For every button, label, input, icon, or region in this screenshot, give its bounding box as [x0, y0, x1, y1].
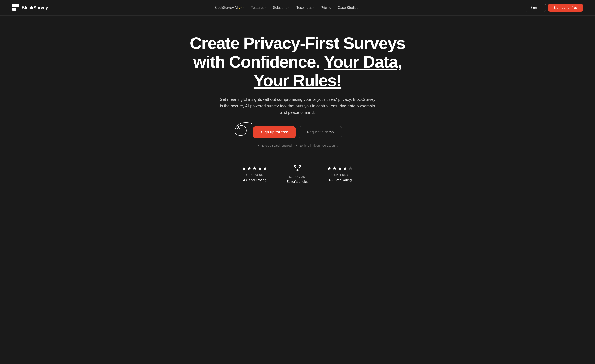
- hero-section: Create Privacy-First Surveys with Confid…: [0, 16, 595, 200]
- nav-features-label: Features: [251, 6, 264, 10]
- nav-links: BlockSurvey AI ✨ ▾ Features ▾ Solutions …: [215, 6, 358, 10]
- nav-ai-label: BlockSurvey AI: [215, 6, 238, 10]
- scribble-arrow-icon: [229, 120, 255, 138]
- brand-name: BlockSurvey: [21, 5, 48, 10]
- navbar: BlockSurvey BlockSurvey AI ✨ ▾ Features …: [0, 0, 595, 16]
- dapp-source: DAPP.COM: [289, 175, 306, 178]
- nav-item-case-studies[interactable]: Case Studies: [338, 6, 358, 10]
- ratings-row: ★★★★★ G2 CROWD 4.8 Star Rating DAPP.COM …: [242, 164, 353, 184]
- capterra-label: 4.9 Star Rating: [329, 178, 352, 182]
- nav-actions: Sign in Sign up for free: [525, 4, 583, 12]
- hero-title-line1: Create Privacy-First Surveys: [190, 34, 405, 52]
- nav-item-features[interactable]: Features ▾: [251, 6, 266, 10]
- hero-fine-print: No credit card required No time limit on…: [258, 144, 338, 147]
- brand-logo[interactable]: BlockSurvey: [12, 4, 48, 11]
- rating-g2: ★★★★★ G2 CROWD 4.8 Star Rating: [242, 165, 268, 182]
- signup-hero-button[interactable]: Sign up for free: [253, 126, 296, 138]
- rating-dapp: DAPP.COM Editor's choice: [286, 164, 309, 184]
- fine-print-2: No time limit on free account: [296, 144, 337, 147]
- bullet-icon-1: [258, 145, 259, 146]
- hero-title-line2: with Confidence.: [193, 53, 320, 71]
- hero-title: Create Privacy-First Surveys with Confid…: [186, 34, 409, 90]
- chevron-down-icon: ▾: [243, 7, 244, 9]
- trophy-icon: [293, 164, 302, 173]
- g2-source: G2 CROWD: [246, 173, 263, 177]
- g2-stars: ★★★★★: [242, 165, 268, 172]
- hero-cta-group: Sign up for free Request a demo: [253, 126, 341, 138]
- g2-label: 4.8 Star Rating: [243, 178, 266, 182]
- signin-button[interactable]: Sign in: [525, 4, 546, 12]
- bullet-icon-2: [296, 145, 297, 146]
- nav-item-pricing[interactable]: Pricing: [321, 6, 331, 10]
- logo-icon: [12, 4, 20, 11]
- nav-item-resources[interactable]: Resources ▾: [296, 6, 314, 10]
- hero-subtitle: Get meaningful insights without compromi…: [218, 96, 377, 116]
- dapp-label: Editor's choice: [286, 180, 309, 184]
- fine-print-1: No credit card required: [258, 144, 292, 147]
- nav-resources-label: Resources: [296, 6, 312, 10]
- chevron-down-icon: ▾: [288, 7, 289, 9]
- capterra-source: CAPTERRA: [331, 173, 349, 177]
- nav-ai-badge: ✨: [239, 6, 242, 9]
- chevron-down-icon: ▾: [313, 7, 314, 9]
- nav-item-solutions[interactable]: Solutions ▾: [273, 6, 289, 10]
- rating-capterra: ★★★★★ CAPTERRA 4.9 Star Rating: [327, 165, 353, 182]
- chevron-down-icon: ▾: [265, 7, 266, 9]
- nav-pricing-label: Pricing: [321, 6, 331, 10]
- capterra-stars: ★★★★★: [327, 165, 353, 172]
- demo-button[interactable]: Request a demo: [299, 126, 341, 138]
- signup-nav-button[interactable]: Sign up for free: [548, 4, 583, 12]
- nav-solutions-label: Solutions: [273, 6, 287, 10]
- nav-item-ai[interactable]: BlockSurvey AI ✨ ▾: [215, 6, 244, 10]
- nav-case-studies-label: Case Studies: [338, 6, 358, 10]
